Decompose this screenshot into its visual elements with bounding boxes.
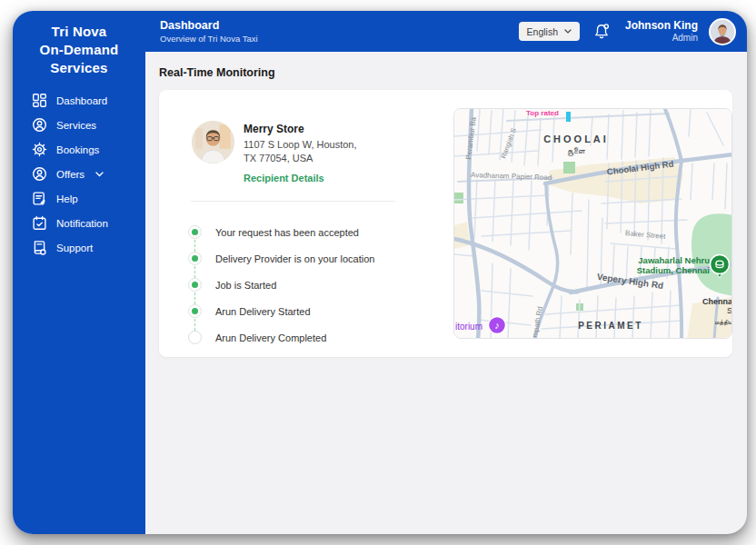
recipient-name: Merry Store <box>244 123 357 135</box>
person-circle-icon <box>32 166 47 182</box>
timeline-dot-icon <box>188 225 202 239</box>
sidebar-item-label: Dashboard <box>56 95 107 106</box>
sidebar-item-label: Bookings <box>56 144 99 155</box>
timeline-label: Arun Delivery Started <box>215 306 311 317</box>
recipient-avatar <box>192 121 234 164</box>
support-book-icon <box>32 240 47 255</box>
music-marker-icon[interactable]: ♪ <box>489 317 506 334</box>
sidebar: Tri Nova On-Demand Services Dashboard <box>13 11 145 534</box>
timeline-dot-icon <box>188 331 202 344</box>
svg-text:Jawaharlal Nehru: Jawaharlal Nehru <box>638 255 710 265</box>
sidebar-item-support[interactable]: Support <box>32 235 145 260</box>
user-avatar-image <box>711 20 734 44</box>
sidebar-item-help[interactable]: Help <box>32 186 145 211</box>
app-title: Tri Nova On-Demand Services <box>13 11 145 84</box>
timeline-step: Delivery Provider is on your location <box>181 245 453 272</box>
screen: Tri Nova On-Demand Services Dashboard <box>0 0 756 545</box>
user-name: Johnson King <box>625 19 698 33</box>
svg-text:CHOOLAI: CHOOLAI <box>543 134 609 144</box>
svg-text:itorium: itorium <box>455 322 482 332</box>
map[interactable]: Top rated CHOOLAI சூளை Perambur Ba Rangi… <box>453 108 732 339</box>
sidebar-item-bookings[interactable]: Bookings <box>32 137 145 162</box>
svg-text:சூளை: சூளை <box>567 146 585 156</box>
dashboard-grid-icon <box>32 93 47 108</box>
sidebar-item-label: Offers <box>56 169 85 180</box>
monitoring-card: Merry Store 1107 S Loop W, Houston, TX 7… <box>159 90 732 357</box>
calendar-check-icon <box>32 215 47 231</box>
gear-icon <box>32 142 47 157</box>
map-poi-marker[interactable] <box>566 112 571 122</box>
language-value: English <box>527 26 558 37</box>
person-circle-icon <box>32 117 47 133</box>
svg-text:S: S <box>727 306 732 315</box>
recipient-address-line1: 1107 S Loop W, Houston, <box>244 138 357 152</box>
user-role: Admin <box>625 33 698 45</box>
language-selector[interactable]: English <box>519 22 580 41</box>
divider <box>191 201 395 202</box>
timeline-step: Your request has been accepted <box>181 219 453 245</box>
notification-bell-icon[interactable] <box>591 21 612 43</box>
delivery-timeline: Your request has been accepted Delivery … <box>181 219 453 351</box>
sidebar-nav: Dashboard Services <box>13 88 145 260</box>
svg-text:Chenna: Chenna <box>702 297 732 306</box>
page-title: Dashboard <box>160 19 258 32</box>
section-title: Real-Time Monitoring <box>159 66 732 79</box>
breadcrumb: Dashboard Overview of Tri Nova Taxi <box>160 19 258 44</box>
sidebar-item-label: Support <box>56 243 93 253</box>
sidebar-item-services[interactable]: Services <box>32 113 145 137</box>
sidebar-item-dashboard[interactable]: Dashboard <box>32 88 145 113</box>
recipient-summary: Merry Store 1107 S Loop W, Houston, TX 7… <box>181 121 453 185</box>
svg-text:மத்திய: மத்திய <box>714 319 732 326</box>
page-subtitle: Overview of Tri Nova Taxi <box>160 34 258 44</box>
chevron-down-icon <box>564 29 572 34</box>
timeline-label: Delivery Provider is on your location <box>215 253 374 264</box>
main-content: Real-Time Monitoring <box>145 52 747 534</box>
svg-text:Top rated: Top rated <box>526 109 559 117</box>
timeline-label: Job is Started <box>215 280 276 291</box>
sidebar-item-label: Notification <box>56 218 108 229</box>
sidebar-item-label: Services <box>56 120 96 131</box>
svg-text:♪: ♪ <box>494 320 500 331</box>
document-pencil-icon <box>32 191 47 206</box>
timeline-dot-icon <box>188 252 202 265</box>
recipient-avatar-image <box>192 121 234 164</box>
timeline-dot-icon <box>188 278 202 292</box>
timeline-dot-icon <box>188 304 202 318</box>
timeline-step: Arun Delivery Started <box>181 298 453 324</box>
timeline-label: Arun Delivery Completed <box>215 332 326 343</box>
app-window: Tri Nova On-Demand Services Dashboard <box>13 11 747 534</box>
recipient-details-link[interactable]: Recipient Details <box>244 173 324 183</box>
sidebar-item-offers[interactable]: Offers <box>32 162 145 186</box>
sidebar-item-label: Help <box>56 193 78 204</box>
svg-text:PERIAMET: PERIAMET <box>578 321 643 331</box>
sidebar-item-notification[interactable]: Notification <box>32 211 145 235</box>
user-info: Johnson King Admin <box>625 19 698 45</box>
chevron-down-icon <box>95 172 104 177</box>
recipient-address-line2: TX 77054, USA <box>244 152 357 165</box>
user-avatar[interactable] <box>709 18 736 45</box>
timeline-label: Your request has been accepted <box>215 227 359 238</box>
header: Dashboard Overview of Tri Nova Taxi Engl… <box>145 11 747 52</box>
timeline-step: Arun Delivery Completed <box>181 324 453 351</box>
timeline-step: Job is Started <box>181 272 453 298</box>
svg-text:Stadium, Chennai: Stadium, Chennai <box>637 265 710 275</box>
